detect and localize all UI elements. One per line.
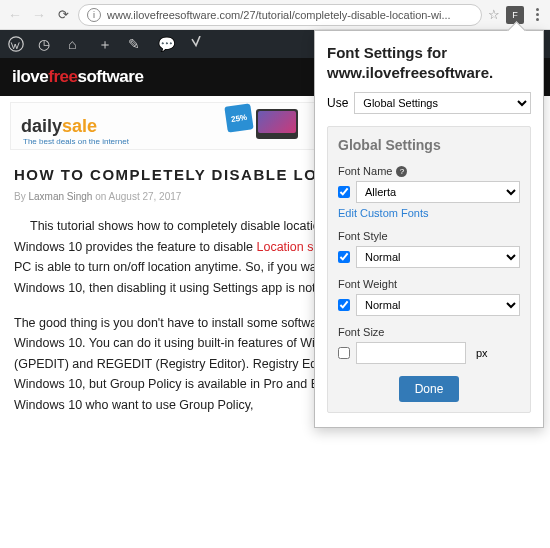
- dashboard-icon[interactable]: ◷: [38, 36, 54, 52]
- done-button[interactable]: Done: [399, 376, 460, 402]
- px-label: px: [476, 347, 488, 359]
- discount-badge-1: 25%: [224, 103, 253, 132]
- edit-custom-fonts-link[interactable]: Edit Custom Fonts: [338, 207, 428, 219]
- reload-button[interactable]: ⟳: [54, 6, 72, 24]
- font-size-checkbox[interactable]: [338, 347, 350, 359]
- author-link[interactable]: Laxman Singh: [28, 191, 92, 202]
- font-settings-popup: Font Settings for www.ilovefreesoftware.…: [314, 30, 544, 428]
- back-button[interactable]: ←: [6, 6, 24, 24]
- add-new-icon[interactable]: ＋: [98, 36, 114, 52]
- font-weight-label: Font Weight: [338, 278, 520, 290]
- font-size-label: Font Size: [338, 326, 520, 338]
- font-style-checkbox[interactable]: [338, 251, 350, 263]
- banner-tagline: The best deals on the internet: [23, 137, 129, 146]
- font-name-label: Font Name: [338, 165, 392, 177]
- yoast-icon[interactable]: [188, 36, 204, 52]
- browser-toolbar: ← → ⟳ i www.ilovefreesoftware.com/27/tut…: [0, 0, 550, 30]
- font-style-label: Font Style: [338, 230, 520, 242]
- font-weight-checkbox[interactable]: [338, 299, 350, 311]
- edit-icon[interactable]: ✎: [128, 36, 144, 52]
- site-info-icon[interactable]: i: [87, 8, 101, 22]
- svg-point-0: [9, 37, 23, 51]
- popup-title: Font Settings for www.ilovefreesoftware.: [327, 43, 531, 82]
- wordpress-icon[interactable]: [8, 36, 24, 52]
- banner-product-image: [256, 109, 298, 139]
- address-bar[interactable]: i www.ilovefreesoftware.com/27/tutorial/…: [78, 4, 482, 26]
- font-name-select[interactable]: Allerta: [356, 181, 520, 203]
- global-settings-heading: Global Settings: [338, 137, 520, 153]
- site-logo[interactable]: ilovefreesoftware: [12, 67, 143, 87]
- font-style-select[interactable]: Normal: [356, 246, 520, 268]
- font-name-checkbox[interactable]: [338, 186, 350, 198]
- help-icon[interactable]: ?: [396, 166, 407, 177]
- use-select[interactable]: Global Settings: [354, 92, 531, 114]
- font-size-input[interactable]: [356, 342, 466, 364]
- url-text: www.ilovefreesoftware.com/27/tutorial/co…: [107, 9, 451, 21]
- browser-menu-icon[interactable]: [530, 8, 544, 21]
- bookmark-icon[interactable]: ☆: [488, 7, 500, 22]
- use-label: Use: [327, 96, 348, 110]
- comments-icon[interactable]: 💬: [158, 36, 174, 52]
- home-icon[interactable]: ⌂: [68, 36, 84, 52]
- extension-icon[interactable]: F: [506, 6, 524, 24]
- font-weight-select[interactable]: Normal: [356, 294, 520, 316]
- forward-button[interactable]: →: [30, 6, 48, 24]
- global-settings-panel: Global Settings Font Name ? Allerta Edit…: [327, 126, 531, 413]
- dailysale-logo: dailysale: [21, 116, 97, 137]
